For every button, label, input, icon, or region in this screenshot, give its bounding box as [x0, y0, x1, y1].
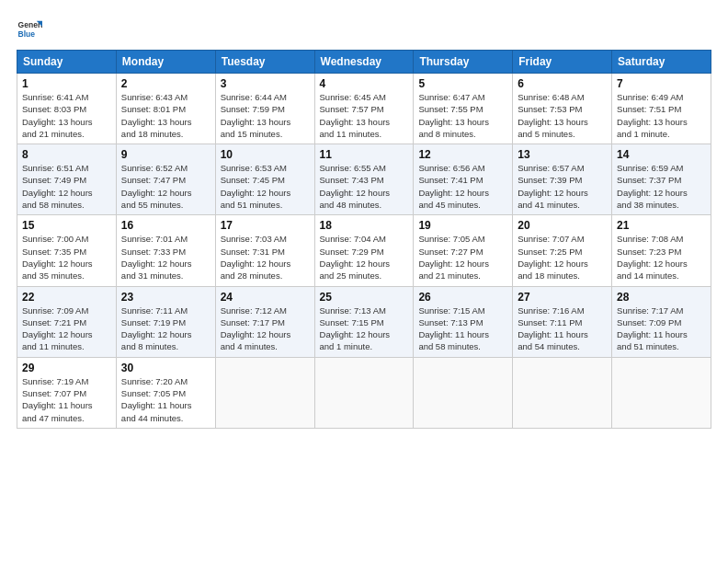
day-header-tuesday: Tuesday — [215, 51, 314, 74]
day-info: Sunrise: 6:49 AMSunset: 7:51 PMDaylight:… — [617, 91, 706, 140]
day-header-friday: Friday — [513, 51, 612, 74]
day-number: 26 — [418, 291, 507, 304]
day-number: 9 — [121, 148, 210, 161]
calendar-cell: 7Sunrise: 6:49 AMSunset: 7:51 PMDaylight… — [612, 74, 711, 144]
week-row-5: 29Sunrise: 7:19 AMSunset: 7:07 PMDayligh… — [17, 357, 711, 428]
day-info: Sunrise: 6:48 AMSunset: 7:53 PMDaylight:… — [518, 91, 607, 140]
day-info: Sunrise: 7:15 AMSunset: 7:13 PMDaylight:… — [418, 304, 507, 353]
day-number: 27 — [518, 291, 607, 304]
calendar-cell: 8Sunrise: 6:51 AMSunset: 7:49 PMDaylight… — [17, 144, 117, 215]
calendar-cell: 11Sunrise: 6:55 AMSunset: 7:43 PMDayligh… — [314, 144, 414, 215]
calendar-cell: 28Sunrise: 7:17 AMSunset: 7:09 PMDayligh… — [612, 286, 711, 357]
calendar-cell: 20Sunrise: 7:07 AMSunset: 7:25 PMDayligh… — [513, 215, 612, 286]
day-info: Sunrise: 6:51 AMSunset: 7:49 PMDaylight:… — [22, 162, 111, 211]
calendar-cell: 21Sunrise: 7:08 AMSunset: 7:23 PMDayligh… — [612, 215, 711, 286]
calendar-cell: 30Sunrise: 7:20 AMSunset: 7:05 PMDayligh… — [116, 357, 215, 428]
calendar-cell: 9Sunrise: 6:52 AMSunset: 7:47 PMDaylight… — [116, 144, 215, 215]
day-number: 3 — [221, 77, 310, 90]
calendar-cell — [612, 357, 711, 428]
calendar-cell — [414, 357, 513, 428]
day-number: 22 — [22, 291, 111, 304]
day-info: Sunrise: 6:47 AMSunset: 7:55 PMDaylight:… — [418, 91, 507, 140]
calendar-cell: 2Sunrise: 6:43 AMSunset: 8:01 PMDaylight… — [116, 74, 215, 144]
calendar-cell: 16Sunrise: 7:01 AMSunset: 7:33 PMDayligh… — [116, 215, 215, 286]
day-number: 13 — [518, 148, 607, 161]
day-info: Sunrise: 7:07 AMSunset: 7:25 PMDaylight:… — [518, 233, 607, 282]
day-header-wednesday: Wednesday — [314, 51, 414, 74]
day-info: Sunrise: 7:01 AMSunset: 7:33 PMDaylight:… — [121, 233, 210, 282]
calendar-cell — [314, 357, 414, 428]
day-header-sunday: Sunday — [17, 51, 117, 74]
calendar-cell: 1Sunrise: 6:41 AMSunset: 8:03 PMDaylight… — [17, 74, 117, 144]
day-info: Sunrise: 6:41 AMSunset: 8:03 PMDaylight:… — [22, 91, 111, 140]
day-info: Sunrise: 7:11 AMSunset: 7:19 PMDaylight:… — [121, 304, 210, 353]
calendar-cell: 14Sunrise: 6:59 AMSunset: 7:37 PMDayligh… — [612, 144, 711, 215]
day-info: Sunrise: 6:44 AMSunset: 7:59 PMDaylight:… — [221, 91, 310, 140]
day-number: 15 — [22, 219, 111, 232]
day-number: 30 — [121, 362, 210, 374]
calendar-cell: 17Sunrise: 7:03 AMSunset: 7:31 PMDayligh… — [215, 215, 314, 286]
page: General Blue SundayMondayTuesdayWednesda… — [0, 0, 728, 563]
day-info: Sunrise: 6:53 AMSunset: 7:45 PMDaylight:… — [221, 162, 310, 211]
calendar-cell: 27Sunrise: 7:16 AMSunset: 7:11 PMDayligh… — [513, 286, 612, 357]
day-number: 12 — [418, 148, 507, 161]
day-number: 21 — [617, 219, 706, 232]
day-number: 7 — [617, 77, 706, 90]
day-info: Sunrise: 6:57 AMSunset: 7:39 PMDaylight:… — [518, 162, 607, 211]
day-info: Sunrise: 6:43 AMSunset: 8:01 PMDaylight:… — [121, 91, 210, 140]
day-info: Sunrise: 6:56 AMSunset: 7:41 PMDaylight:… — [418, 162, 507, 211]
day-info: Sunrise: 7:17 AMSunset: 7:09 PMDaylight:… — [617, 304, 706, 353]
calendar-header: SundayMondayTuesdayWednesdayThursdayFrid… — [17, 51, 711, 74]
calendar-cell: 6Sunrise: 6:48 AMSunset: 7:53 PMDaylight… — [513, 74, 612, 144]
day-header-saturday: Saturday — [612, 51, 711, 74]
calendar-cell: 18Sunrise: 7:04 AMSunset: 7:29 PMDayligh… — [314, 215, 414, 286]
day-number: 29 — [22, 362, 111, 374]
week-row-4: 22Sunrise: 7:09 AMSunset: 7:21 PMDayligh… — [17, 286, 711, 357]
day-number: 5 — [418, 77, 507, 90]
calendar-cell: 22Sunrise: 7:09 AMSunset: 7:21 PMDayligh… — [17, 286, 117, 357]
day-number: 16 — [121, 219, 210, 232]
calendar-table: SundayMondayTuesdayWednesdayThursdayFrid… — [17, 50, 711, 429]
header: General Blue — [17, 17, 711, 42]
day-number: 24 — [221, 291, 310, 304]
day-number: 14 — [617, 148, 706, 161]
calendar-cell: 12Sunrise: 6:56 AMSunset: 7:41 PMDayligh… — [414, 144, 513, 215]
day-number: 2 — [121, 77, 210, 90]
day-info: Sunrise: 7:20 AMSunset: 7:05 PMDaylight:… — [121, 375, 210, 424]
logo: General Blue — [17, 17, 42, 42]
calendar-cell: 25Sunrise: 7:13 AMSunset: 7:15 PMDayligh… — [314, 286, 414, 357]
day-number: 17 — [221, 219, 310, 232]
svg-text:Blue: Blue — [18, 29, 36, 39]
day-info: Sunrise: 7:03 AMSunset: 7:31 PMDaylight:… — [221, 233, 310, 282]
calendar-cell: 5Sunrise: 6:47 AMSunset: 7:55 PMDaylight… — [414, 74, 513, 144]
day-number: 28 — [617, 291, 706, 304]
calendar-cell — [513, 357, 612, 428]
calendar-cell: 13Sunrise: 6:57 AMSunset: 7:39 PMDayligh… — [513, 144, 612, 215]
day-number: 8 — [22, 148, 111, 161]
day-number: 6 — [518, 77, 607, 90]
day-info: Sunrise: 7:19 AMSunset: 7:07 PMDaylight:… — [22, 375, 111, 424]
calendar-cell: 29Sunrise: 7:19 AMSunset: 7:07 PMDayligh… — [17, 357, 117, 428]
calendar-cell: 15Sunrise: 7:00 AMSunset: 7:35 PMDayligh… — [17, 215, 117, 286]
calendar-cell: 4Sunrise: 6:45 AMSunset: 7:57 PMDaylight… — [314, 74, 414, 144]
day-number: 18 — [320, 219, 409, 232]
calendar-cell: 24Sunrise: 7:12 AMSunset: 7:17 PMDayligh… — [215, 286, 314, 357]
calendar-cell: 3Sunrise: 6:44 AMSunset: 7:59 PMDaylight… — [215, 74, 314, 144]
day-number: 19 — [418, 219, 507, 232]
day-info: Sunrise: 7:00 AMSunset: 7:35 PMDaylight:… — [22, 233, 111, 282]
day-number: 20 — [518, 219, 607, 232]
day-info: Sunrise: 6:45 AMSunset: 7:57 PMDaylight:… — [320, 91, 409, 140]
day-info: Sunrise: 7:12 AMSunset: 7:17 PMDaylight:… — [221, 304, 310, 353]
day-number: 10 — [221, 148, 310, 161]
day-header-monday: Monday — [116, 51, 215, 74]
day-info: Sunrise: 7:04 AMSunset: 7:29 PMDaylight:… — [320, 233, 409, 282]
day-info: Sunrise: 6:52 AMSunset: 7:47 PMDaylight:… — [121, 162, 210, 211]
day-number: 11 — [320, 148, 409, 161]
week-row-2: 8Sunrise: 6:51 AMSunset: 7:49 PMDaylight… — [17, 144, 711, 215]
day-number: 23 — [121, 291, 210, 304]
day-number: 1 — [22, 77, 111, 90]
calendar-cell: 26Sunrise: 7:15 AMSunset: 7:13 PMDayligh… — [414, 286, 513, 357]
logo-icon: General Blue — [17, 17, 42, 42]
calendar-cell: 23Sunrise: 7:11 AMSunset: 7:19 PMDayligh… — [116, 286, 215, 357]
calendar-cell — [215, 357, 314, 428]
